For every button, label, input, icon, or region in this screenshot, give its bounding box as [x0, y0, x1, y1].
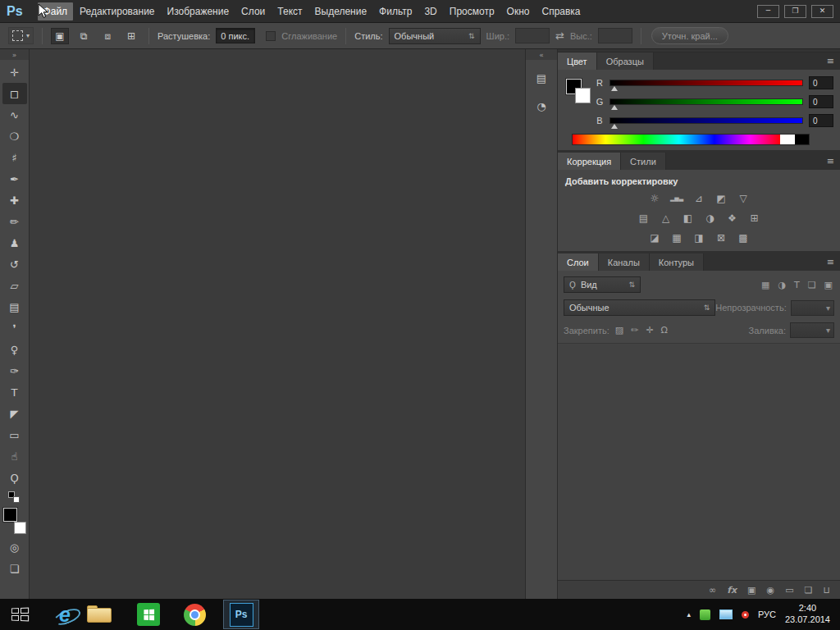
adj-channel-mixer-icon[interactable]: ❖	[726, 212, 739, 224]
width-input[interactable]	[515, 28, 550, 43]
intersect-selection-button[interactable]: ⊞	[122, 28, 140, 44]
lock-all-icon[interactable]: Ω	[661, 325, 668, 336]
restore-button[interactable]: ❐	[784, 5, 806, 18]
style-select[interactable]: Обычный ⇅	[389, 28, 481, 44]
menu-edit[interactable]: Редактирование	[74, 2, 160, 21]
dodge-tool[interactable]: ♀	[2, 339, 27, 360]
canvas-area[interactable]	[30, 49, 525, 599]
tab-adjustments[interactable]: Коррекция	[558, 153, 621, 170]
taskbar-photoshop-button[interactable]: Ps	[223, 600, 259, 629]
dock-expand-icon[interactable]: «	[526, 49, 557, 60]
adj-color-balance-icon[interactable]: △	[660, 212, 673, 224]
adj-vibrance-icon[interactable]: ▽	[737, 192, 750, 204]
tray-antivirus-icon[interactable]	[742, 611, 749, 619]
channel-g-value[interactable]: 0	[809, 95, 833, 108]
history-panel-icon[interactable]: ▤	[530, 68, 553, 88]
quick-selection-tool[interactable]: ❍	[2, 126, 27, 147]
tray-green-app-icon[interactable]	[700, 609, 710, 620]
eyedropper-tool[interactable]: ✒	[2, 168, 27, 189]
slider-thumb[interactable]	[611, 86, 618, 91]
subtract-from-selection-button[interactable]: ⧈	[98, 28, 116, 44]
adj-brightness-contrast-icon[interactable]: ☼	[648, 192, 661, 204]
refine-edge-button[interactable]: Уточн. край...	[651, 27, 728, 44]
start-button[interactable]	[0, 599, 39, 630]
adj-exposure-icon[interactable]: ◩	[714, 192, 728, 204]
adj-black-white-icon[interactable]: ◧	[682, 212, 695, 224]
menu-3d[interactable]: 3D	[418, 2, 442, 21]
filter-adjustment-layers-icon[interactable]: ◑	[778, 280, 786, 290]
delete-layer-icon[interactable]: ⊔	[823, 585, 830, 596]
default-colors-icon[interactable]	[8, 491, 21, 504]
quick-mask-button[interactable]: ◎	[2, 536, 27, 558]
eraser-tool[interactable]: ▱	[2, 275, 27, 296]
toolbar-collapse-icon[interactable]: »	[0, 49, 29, 60]
menu-image[interactable]: Изображение	[162, 2, 235, 21]
filter-shape-layers-icon[interactable]: ❏	[808, 280, 816, 290]
clock[interactable]: 2:40 23.07.2014	[785, 603, 830, 626]
feather-input[interactable]: 0 пикс.	[216, 28, 255, 43]
filter-smart-objects-icon[interactable]: ▣	[824, 280, 833, 290]
new-layer-icon[interactable]: ❏	[805, 585, 813, 596]
adj-levels-icon[interactable]: ▂▅▃	[670, 192, 683, 204]
foreground-color-swatch[interactable]	[3, 508, 17, 522]
hidden-icons-arrow[interactable]: ▴	[687, 610, 691, 619]
zoom-tool[interactable]: Ϙ	[2, 467, 27, 488]
adj-threshold-icon[interactable]: ◨	[692, 231, 705, 244]
tool-preset-picker[interactable]: ▾	[8, 27, 34, 44]
hand-tool[interactable]: ☝	[2, 445, 27, 467]
swap-dimensions-icon[interactable]: ⇄	[555, 30, 564, 42]
tab-swatches[interactable]: Образцы	[597, 52, 654, 70]
history-brush-tool[interactable]: ↺	[2, 253, 27, 275]
adj-curves-icon[interactable]: ⊿	[692, 192, 705, 204]
rectangle-tool[interactable]: ▭	[2, 424, 27, 445]
adj-selective-color-icon[interactable]: ⊠	[714, 231, 728, 244]
minimize-button[interactable]: ─	[757, 5, 779, 18]
new-adjustment-layer-icon[interactable]: ◉	[767, 585, 775, 596]
slider-thumb[interactable]	[611, 124, 618, 129]
slider-thumb[interactable]	[611, 105, 618, 110]
spot-healing-brush-tool[interactable]: ✚	[2, 189, 27, 211]
panel-menu-icon[interactable]: ≡	[827, 257, 840, 267]
lock-transparency-icon[interactable]: ▨	[615, 325, 623, 336]
antialias-checkbox[interactable]	[266, 31, 276, 41]
panel-menu-icon[interactable]: ≡	[827, 156, 840, 167]
new-group-icon[interactable]: ▭	[785, 585, 793, 596]
language-indicator[interactable]: РУС	[758, 609, 776, 619]
channel-r-slider[interactable]	[609, 80, 803, 86]
clone-stamp-tool[interactable]: ♟	[2, 232, 27, 253]
tab-layers[interactable]: Слои	[558, 253, 599, 271]
opacity-select[interactable]: ▾	[791, 300, 834, 316]
taskbar-store-button[interactable]	[131, 599, 166, 630]
type-tool[interactable]: T	[2, 381, 27, 403]
tab-paths[interactable]: Контуры	[650, 253, 704, 271]
menu-filter[interactable]: Фильтр	[373, 2, 418, 21]
adj-posterize-icon[interactable]: ▦	[670, 231, 683, 244]
add-layer-mask-icon[interactable]: ▣	[747, 585, 756, 596]
background-color-swatch[interactable]	[14, 522, 26, 534]
link-layers-icon[interactable]: ∞	[709, 585, 716, 596]
menu-window[interactable]: Окно	[501, 2, 536, 21]
adj-gradient-map-icon[interactable]: ▩	[737, 231, 750, 244]
adj-invert-icon[interactable]: ◪	[648, 231, 661, 244]
add-to-selection-button[interactable]: ⧉	[75, 28, 93, 44]
gradient-tool[interactable]: ▤	[2, 296, 27, 317]
tab-channels[interactable]: Каналы	[599, 253, 650, 271]
menu-help[interactable]: Справка	[536, 2, 586, 21]
taskbar-explorer-button[interactable]	[82, 599, 116, 630]
move-tool[interactable]: ✛	[2, 62, 27, 83]
rectangular-marquee-tool[interactable]: ◻	[2, 83, 27, 104]
taskbar-ie-button[interactable]: e	[48, 599, 82, 630]
tab-color[interactable]: Цвет	[558, 52, 597, 70]
channel-b-value[interactable]: 0	[809, 114, 833, 127]
panel-menu-icon[interactable]: ≡	[827, 56, 840, 66]
cp-background-swatch[interactable]	[575, 88, 591, 103]
screen-mode-button[interactable]: ❏	[2, 558, 27, 579]
filter-pixel-layers-icon[interactable]: ▦	[761, 280, 769, 290]
blend-mode-select[interactable]: Обычные ⇅	[564, 299, 715, 316]
color-spectrum-ramp[interactable]	[572, 134, 810, 145]
brush-tool[interactable]: ✏	[2, 211, 27, 232]
menu-view[interactable]: Просмотр	[444, 2, 500, 21]
lock-pixels-icon[interactable]: ✏	[631, 325, 638, 336]
channel-g-slider[interactable]	[609, 98, 803, 105]
channel-b-slider[interactable]	[609, 117, 803, 124]
